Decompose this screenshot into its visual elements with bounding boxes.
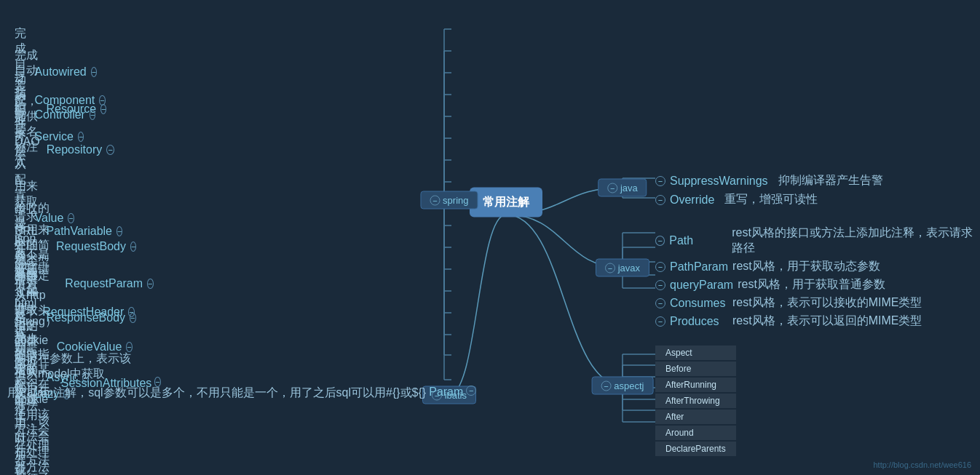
aspectj-leaves: Aspect Before AfterRunning AfterThrowing…	[655, 346, 736, 456]
ibatis-leaves: 用Param注解，sql参数可以是多个，不用只能是一个，用了之后sql可以用#{…	[7, 386, 476, 401]
leaf-path: − Path rest风格的接口或方法上添加此注释，表示请求路径	[655, 225, 980, 256]
leaf-produces: − Produces rest风格，表示可以返回的MIME类型	[655, 314, 980, 329]
leaf-before: Before	[655, 362, 736, 376]
java-label: java	[620, 183, 638, 193]
leaf-pathparam: − PathParam rest风格，用于获取动态参数	[655, 259, 980, 274]
leaf-after: After	[655, 410, 736, 424]
aspectj-collapse[interactable]: −	[601, 381, 612, 391]
branch-aspectj[interactable]: − aspectj	[592, 377, 654, 395]
leaf-aspect: Aspect	[655, 346, 736, 360]
watermark-text: http://blog.csdn.net/wee616	[873, 460, 971, 469]
spring-collapse[interactable]: −	[430, 196, 440, 206]
leaf-consumes: − Consumes rest风格，表示可以接收的MIME类型	[655, 295, 980, 311]
javax-label: javax	[618, 263, 640, 274]
javax-leaves: − Path rest风格的接口或方法上添加此注释，表示请求路径 − PathP…	[655, 225, 980, 329]
javax-collapse[interactable]: −	[605, 263, 615, 274]
mindmap-container: 常用注解 − spring 完成自动装配 Autowired − 完成自动装配，…	[0, 0, 980, 475]
spring-label: spring	[443, 195, 468, 206]
leaf-declareparents: DeclareParents	[655, 442, 736, 456]
branch-spring[interactable]: − spring	[420, 191, 478, 209]
leaf-afterthrowing: AfterThrowing	[655, 394, 736, 408]
branch-javax[interactable]: − javax	[596, 259, 649, 277]
branch-java[interactable]: − java	[598, 179, 647, 197]
java-leaves: − SuppressWarnings 抑制编译器产生告警 − Override …	[655, 173, 883, 207]
aspectj-label: aspectj	[614, 380, 644, 391]
leaf-override: − Override 重写，增强可读性	[655, 192, 883, 207]
watermark: http://blog.csdn.net/wee616	[873, 460, 971, 469]
leaf-afterrunning: AfterRunning	[655, 378, 736, 392]
center-node: 常用注解	[470, 188, 542, 217]
leaf-around: Around	[655, 426, 736, 440]
leaf-suppresswarnings: − SuppressWarnings 抑制编译器产生告警	[655, 173, 883, 188]
center-label: 常用注解	[483, 196, 529, 208]
leaf-queryparam: − queryParam rest风格，用于获取普通参数	[655, 277, 980, 292]
java-collapse[interactable]: −	[607, 183, 617, 193]
